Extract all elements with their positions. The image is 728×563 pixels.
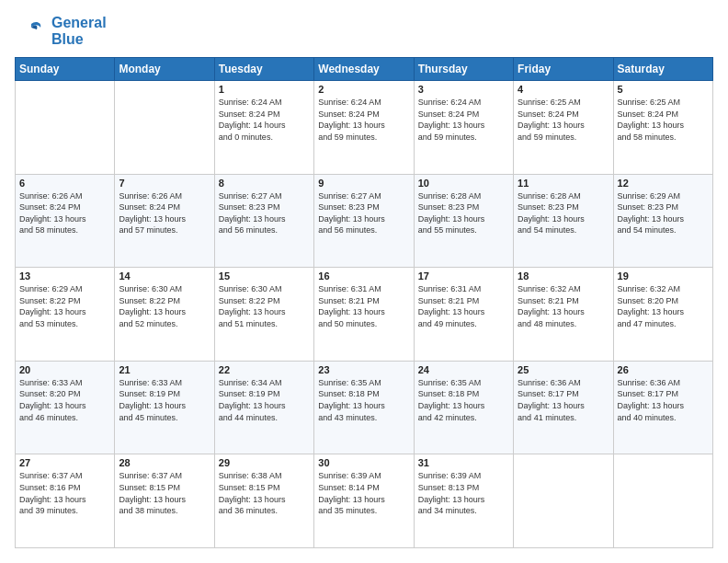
calendar-week-row: 1Sunrise: 6:24 AM Sunset: 8:24 PM Daylig… — [16, 81, 713, 175]
day-info: Sunrise: 6:26 AM Sunset: 8:24 PM Dayligh… — [19, 190, 110, 236]
calendar-week-row: 13Sunrise: 6:29 AM Sunset: 8:22 PM Dayli… — [16, 268, 713, 362]
day-info: Sunrise: 6:38 AM Sunset: 8:15 PM Dayligh… — [219, 470, 310, 516]
calendar-cell: 2Sunrise: 6:24 AM Sunset: 8:24 PM Daylig… — [314, 81, 414, 175]
calendar-cell — [514, 454, 613, 548]
calendar-cell: 30Sunrise: 6:39 AM Sunset: 8:14 PM Dayli… — [314, 454, 414, 548]
day-number: 14 — [119, 270, 210, 282]
day-number: 3 — [418, 84, 509, 95]
day-info: Sunrise: 6:39 AM Sunset: 8:14 PM Dayligh… — [318, 470, 409, 516]
calendar-cell: 11Sunrise: 6:28 AM Sunset: 8:23 PM Dayli… — [514, 174, 613, 268]
weekday-header-saturday: Saturday — [613, 58, 712, 81]
day-info: Sunrise: 6:34 AM Sunset: 8:19 PM Dayligh… — [219, 377, 310, 423]
day-info: Sunrise: 6:35 AM Sunset: 8:18 PM Dayligh… — [318, 377, 409, 423]
day-info: Sunrise: 6:27 AM Sunset: 8:23 PM Dayligh… — [318, 190, 409, 236]
calendar-cell: 29Sunrise: 6:38 AM Sunset: 8:15 PM Dayli… — [214, 454, 313, 548]
day-info: Sunrise: 6:27 AM Sunset: 8:23 PM Dayligh… — [219, 190, 310, 236]
day-number: 21 — [119, 364, 210, 375]
day-info: Sunrise: 6:28 AM Sunset: 8:23 PM Dayligh… — [518, 190, 609, 236]
calendar-cell: 3Sunrise: 6:24 AM Sunset: 8:24 PM Daylig… — [414, 81, 513, 175]
calendar-cell: 22Sunrise: 6:34 AM Sunset: 8:19 PM Dayli… — [214, 361, 313, 454]
day-number: 30 — [318, 457, 409, 468]
logo-general: General — [51, 15, 107, 31]
day-number: 17 — [418, 270, 509, 282]
day-number: 23 — [318, 364, 409, 375]
day-number: 10 — [418, 178, 509, 189]
weekday-header-monday: Monday — [115, 58, 214, 81]
day-number: 2 — [318, 84, 409, 95]
calendar-cell: 16Sunrise: 6:31 AM Sunset: 8:21 PM Dayli… — [314, 268, 414, 362]
day-number: 1 — [219, 84, 310, 95]
header: General Blue — [15, 15, 713, 48]
day-number: 12 — [618, 178, 709, 189]
calendar-cell — [115, 81, 214, 175]
day-info: Sunrise: 6:33 AM Sunset: 8:19 PM Dayligh… — [119, 377, 210, 423]
day-number: 27 — [19, 457, 110, 468]
calendar-cell: 5Sunrise: 6:25 AM Sunset: 8:24 PM Daylig… — [613, 81, 712, 175]
page: General Blue SundayMondayTuesdayWednesda… — [0, 0, 728, 563]
calendar-cell: 14Sunrise: 6:30 AM Sunset: 8:22 PM Dayli… — [115, 268, 214, 362]
day-info: Sunrise: 6:39 AM Sunset: 8:13 PM Dayligh… — [418, 470, 509, 516]
calendar-cell: 31Sunrise: 6:39 AM Sunset: 8:13 PM Dayli… — [414, 454, 513, 548]
day-number: 7 — [119, 178, 210, 189]
weekday-header-tuesday: Tuesday — [214, 58, 313, 81]
day-info: Sunrise: 6:25 AM Sunset: 8:24 PM Dayligh… — [618, 97, 709, 143]
day-info: Sunrise: 6:26 AM Sunset: 8:24 PM Dayligh… — [119, 190, 210, 236]
day-info: Sunrise: 6:24 AM Sunset: 8:24 PM Dayligh… — [318, 97, 409, 143]
day-info: Sunrise: 6:28 AM Sunset: 8:23 PM Dayligh… — [418, 190, 509, 236]
day-info: Sunrise: 6:29 AM Sunset: 8:22 PM Dayligh… — [19, 283, 110, 329]
day-info: Sunrise: 6:37 AM Sunset: 8:16 PM Dayligh… — [19, 470, 110, 516]
day-number: 26 — [618, 364, 709, 375]
day-info: Sunrise: 6:32 AM Sunset: 8:20 PM Dayligh… — [618, 283, 709, 329]
day-number: 11 — [518, 178, 609, 189]
calendar-cell: 13Sunrise: 6:29 AM Sunset: 8:22 PM Dayli… — [16, 268, 115, 362]
calendar-cell: 17Sunrise: 6:31 AM Sunset: 8:21 PM Dayli… — [414, 268, 513, 362]
calendar-cell: 27Sunrise: 6:37 AM Sunset: 8:16 PM Dayli… — [16, 454, 115, 548]
calendar-table: SundayMondayTuesdayWednesdayThursdayFrid… — [15, 57, 713, 548]
day-info: Sunrise: 6:33 AM Sunset: 8:20 PM Dayligh… — [19, 377, 110, 423]
calendar-cell: 23Sunrise: 6:35 AM Sunset: 8:18 PM Dayli… — [314, 361, 414, 454]
day-info: Sunrise: 6:29 AM Sunset: 8:23 PM Dayligh… — [618, 190, 709, 236]
calendar-cell: 25Sunrise: 6:36 AM Sunset: 8:17 PM Dayli… — [514, 361, 613, 454]
calendar-cell: 24Sunrise: 6:35 AM Sunset: 8:18 PM Dayli… — [414, 361, 513, 454]
weekday-header-friday: Friday — [514, 58, 613, 81]
day-number: 13 — [19, 270, 110, 282]
day-number: 31 — [418, 457, 509, 468]
calendar-cell: 8Sunrise: 6:27 AM Sunset: 8:23 PM Daylig… — [214, 174, 313, 268]
calendar-cell: 1Sunrise: 6:24 AM Sunset: 8:24 PM Daylig… — [214, 81, 313, 175]
logo-blue: Blue — [51, 31, 107, 48]
day-number: 6 — [19, 178, 110, 189]
calendar-cell: 21Sunrise: 6:33 AM Sunset: 8:19 PM Dayli… — [115, 361, 214, 454]
calendar-cell: 4Sunrise: 6:25 AM Sunset: 8:24 PM Daylig… — [514, 81, 613, 175]
day-number: 22 — [219, 364, 310, 375]
weekday-header-thursday: Thursday — [414, 58, 513, 81]
calendar-week-row: 27Sunrise: 6:37 AM Sunset: 8:16 PM Dayli… — [16, 454, 713, 548]
weekday-header-wednesday: Wednesday — [314, 58, 414, 81]
weekday-header-sunday: Sunday — [16, 58, 115, 81]
calendar-cell: 28Sunrise: 6:37 AM Sunset: 8:15 PM Dayli… — [115, 454, 214, 548]
calendar-cell: 15Sunrise: 6:30 AM Sunset: 8:22 PM Dayli… — [214, 268, 313, 362]
calendar-week-row: 6Sunrise: 6:26 AM Sunset: 8:24 PM Daylig… — [16, 174, 713, 268]
logo-bird-icon — [15, 15, 48, 48]
day-info: Sunrise: 6:35 AM Sunset: 8:18 PM Dayligh… — [418, 377, 509, 423]
day-number: 19 — [618, 270, 709, 282]
weekday-header-row: SundayMondayTuesdayWednesdayThursdayFrid… — [16, 58, 713, 81]
calendar-cell — [16, 81, 115, 175]
day-number: 25 — [518, 364, 609, 375]
day-info: Sunrise: 6:25 AM Sunset: 8:24 PM Dayligh… — [518, 97, 609, 143]
day-number: 5 — [618, 84, 709, 95]
day-number: 9 — [318, 178, 409, 189]
day-number: 4 — [518, 84, 609, 95]
day-number: 20 — [19, 364, 110, 375]
day-info: Sunrise: 6:37 AM Sunset: 8:15 PM Dayligh… — [119, 470, 210, 516]
day-info: Sunrise: 6:24 AM Sunset: 8:24 PM Dayligh… — [219, 97, 310, 143]
day-number: 8 — [219, 178, 310, 189]
day-info: Sunrise: 6:24 AM Sunset: 8:24 PM Dayligh… — [418, 97, 509, 143]
day-number: 29 — [219, 457, 310, 468]
calendar-cell: 9Sunrise: 6:27 AM Sunset: 8:23 PM Daylig… — [314, 174, 414, 268]
calendar-cell: 10Sunrise: 6:28 AM Sunset: 8:23 PM Dayli… — [414, 174, 513, 268]
day-info: Sunrise: 6:36 AM Sunset: 8:17 PM Dayligh… — [618, 377, 709, 423]
logo-container: General Blue — [15, 15, 107, 48]
day-info: Sunrise: 6:30 AM Sunset: 8:22 PM Dayligh… — [219, 283, 310, 329]
day-number: 28 — [119, 457, 210, 468]
day-info: Sunrise: 6:30 AM Sunset: 8:22 PM Dayligh… — [119, 283, 210, 329]
